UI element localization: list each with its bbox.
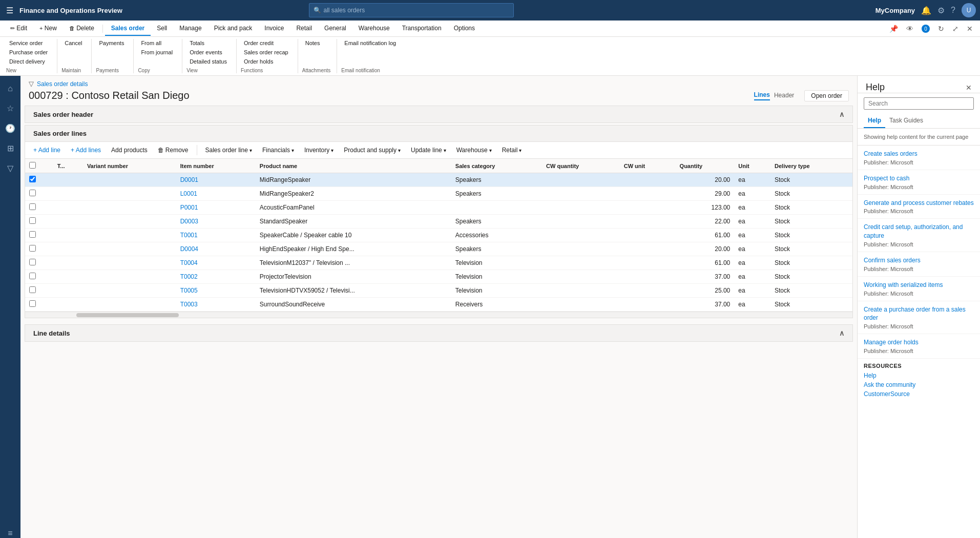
- btn-sales-order-line[interactable]: Sales order line ▾: [201, 145, 256, 155]
- nav-list-icon[interactable]: ≡: [4, 525, 16, 538]
- btn-add-lines[interactable]: + Add lines: [67, 145, 105, 155]
- expand-icon[interactable]: ⤢: [949, 23, 962, 35]
- tab-transportation[interactable]: Transportation: [396, 22, 448, 36]
- row-check[interactable]: [25, 256, 53, 270]
- tab-invoice[interactable]: Invoice: [258, 22, 290, 36]
- pin-icon[interactable]: 📌: [886, 23, 901, 35]
- row-checkbox[interactable]: [29, 273, 36, 279]
- nav-star-icon[interactable]: ☆: [3, 99, 18, 117]
- tab-general[interactable]: General: [318, 22, 352, 36]
- row-item[interactable]: T0004: [176, 256, 256, 270]
- row-item[interactable]: T0002: [176, 270, 256, 284]
- row-checkbox[interactable]: [29, 217, 36, 224]
- row-checkbox[interactable]: [29, 259, 36, 265]
- help-icon[interactable]: ?: [951, 6, 955, 15]
- tab-retail[interactable]: Retail: [290, 22, 318, 36]
- btn-so-recap[interactable]: Sales order recap: [241, 48, 291, 56]
- nav-home-icon[interactable]: ⌂: [4, 80, 17, 97]
- ribbon-tab-delete[interactable]: 🗑 Delete: [63, 22, 100, 36]
- row-item[interactable]: D0004: [176, 242, 256, 256]
- nav-filter-icon[interactable]: ▽: [3, 159, 17, 177]
- row-checkbox[interactable]: [29, 286, 36, 293]
- nav-clock-icon[interactable]: 🕐: [1, 119, 19, 137]
- close-ribbon-icon[interactable]: ✕: [964, 23, 976, 35]
- notifications-icon[interactable]: 🔔: [921, 6, 931, 15]
- help-article-title[interactable]: Prospect to cash: [864, 174, 974, 183]
- btn-remove[interactable]: 🗑 Remove: [154, 145, 193, 155]
- btn-detailed-status[interactable]: Detailed status: [186, 57, 230, 66]
- select-all-checkbox[interactable]: [29, 162, 36, 169]
- so-tab-header[interactable]: Header: [774, 92, 794, 100]
- row-item[interactable]: T0001: [176, 229, 256, 242]
- btn-update-line[interactable]: Update line ▾: [407, 145, 450, 155]
- tab-warehouse[interactable]: Warehouse: [352, 22, 396, 36]
- btn-retail[interactable]: Retail ▾: [498, 145, 526, 155]
- help-article-title[interactable]: Credit card setup, authorization, and ca…: [864, 223, 974, 240]
- tab-options[interactable]: Options: [448, 22, 481, 36]
- breadcrumb-link[interactable]: Sales order details: [37, 80, 88, 88]
- btn-financials[interactable]: Financials ▾: [258, 145, 298, 155]
- help-tab-task-guides[interactable]: Task Guides: [885, 114, 927, 128]
- help-article-title[interactable]: Create a purchase order from a sales ord…: [864, 305, 974, 323]
- help-article-title[interactable]: Working with serialized items: [864, 281, 974, 289]
- btn-direct-delivery[interactable]: Direct delivery: [6, 57, 51, 66]
- row-item[interactable]: D0001: [176, 173, 256, 187]
- help-article-title[interactable]: Confirm sales orders: [864, 256, 974, 265]
- btn-warehouse[interactable]: Warehouse ▾: [452, 145, 496, 155]
- row-check[interactable]: [25, 242, 53, 256]
- horizontal-scrollbar[interactable]: [25, 312, 852, 318]
- ribbon-tab-new[interactable]: + New: [33, 22, 63, 36]
- table-row[interactable]: T0005 TelevisionHDTVX59052 / Televisi...…: [25, 284, 852, 298]
- btn-from-all[interactable]: From all: [138, 39, 176, 47]
- btn-from-journal[interactable]: From journal: [138, 48, 176, 56]
- row-item[interactable]: D0003: [176, 215, 256, 229]
- line-details-section-header[interactable]: Line details ∧: [25, 324, 853, 342]
- tab-sell[interactable]: Sell: [151, 22, 173, 36]
- badge-icon[interactable]: 0: [919, 22, 933, 35]
- table-row[interactable]: T0004 TelevisionM12037" / Television ...…: [25, 256, 852, 270]
- row-check[interactable]: [25, 298, 53, 312]
- ribbon-tab-edit[interactable]: ✏ Edit: [4, 22, 33, 36]
- btn-inventory[interactable]: Inventory ▾: [300, 145, 338, 155]
- help-resource-link[interactable]: CustomerSource: [864, 390, 974, 398]
- table-row[interactable]: D0004 HighEndSpeaker / High End Spe... S…: [25, 242, 852, 256]
- btn-add-line[interactable]: + Add line: [29, 145, 65, 155]
- table-row[interactable]: T0001 SpeakerCable / Speaker cable 10 Ac…: [25, 229, 852, 242]
- btn-order-events[interactable]: Order events: [186, 48, 230, 56]
- btn-add-products[interactable]: Add products: [107, 145, 152, 155]
- row-check[interactable]: [25, 173, 53, 187]
- row-check[interactable]: [25, 201, 53, 215]
- btn-order-credit[interactable]: Order credit: [241, 39, 291, 47]
- row-checkbox[interactable]: [29, 176, 36, 182]
- so-tab-lines[interactable]: Lines: [754, 91, 770, 100]
- row-item[interactable]: P0001: [176, 201, 256, 215]
- view-icon[interactable]: 👁: [903, 23, 916, 35]
- help-tab-help[interactable]: Help: [864, 114, 885, 128]
- settings-icon[interactable]: ⚙: [937, 6, 945, 15]
- nav-grid-icon[interactable]: ⊞: [3, 139, 18, 157]
- table-row[interactable]: P0001 AcousticFoamPanel 123.00 ea Stock: [25, 201, 852, 215]
- so-status-badge[interactable]: Open order: [804, 90, 849, 101]
- table-row[interactable]: L0001 MidRangeSpeaker2 Speakers 29.00 ea…: [25, 187, 852, 201]
- help-article-title[interactable]: Manage order holds: [864, 338, 974, 347]
- btn-service-order[interactable]: Service order: [6, 39, 51, 47]
- tab-manage[interactable]: Manage: [173, 22, 207, 36]
- scrollbar-thumb[interactable]: [76, 313, 179, 317]
- table-row[interactable]: D0001 MidRangeSpeaker Speakers 20.00 ea …: [25, 173, 852, 187]
- help-close-icon[interactable]: ✕: [966, 84, 972, 92]
- btn-order-holds[interactable]: Order holds: [241, 57, 291, 66]
- row-item[interactable]: T0005: [176, 284, 256, 298]
- user-avatar[interactable]: U: [962, 3, 976, 17]
- row-checkbox[interactable]: [29, 203, 36, 210]
- row-check[interactable]: [25, 284, 53, 298]
- help-search-input[interactable]: [864, 97, 974, 110]
- so-header-section-header[interactable]: Sales order header ∧: [25, 106, 853, 123]
- table-row[interactable]: T0003 SurroundSoundReceive Receivers 37.…: [25, 298, 852, 312]
- tab-pick-pack[interactable]: Pick and pack: [208, 22, 259, 36]
- help-resource-link[interactable]: Help: [864, 372, 974, 379]
- btn-purchase-order[interactable]: Purchase order: [6, 48, 51, 56]
- row-checkbox[interactable]: [29, 231, 36, 238]
- btn-totals[interactable]: Totals: [186, 39, 230, 47]
- hamburger-menu[interactable]: ☰: [4, 4, 15, 17]
- row-check[interactable]: [25, 229, 53, 242]
